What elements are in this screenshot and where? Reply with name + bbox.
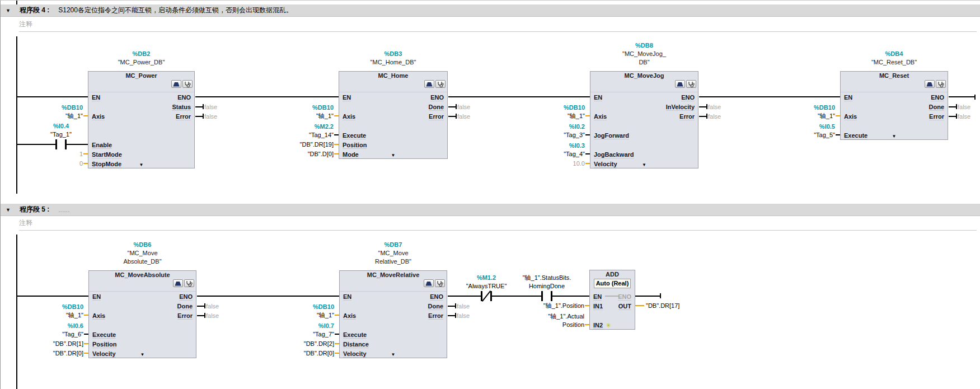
operand-position[interactable]: "DB".DR[1] [16, 340, 83, 348]
monitor-icon[interactable] [686, 80, 696, 88]
pin-axis[interactable]: Axis [92, 113, 105, 120]
no-contact-homingdone[interactable] [541, 291, 552, 301]
fb-mc-movejog[interactable]: MC_MoveJog ENENO InVelocity AxisError Jo… [590, 71, 698, 168]
pin-en[interactable]: EN [92, 94, 100, 101]
pin-velocity[interactable]: Velocity [594, 161, 617, 168]
pin-in1[interactable]: IN1 [593, 303, 603, 310]
collapse-arrow-icon[interactable]: ▼ [6, 207, 11, 213]
pin-error[interactable]: Error [177, 312, 193, 320]
pin-jogforward[interactable]: JogForward [594, 132, 629, 139]
pin-done[interactable]: Done [177, 303, 193, 310]
monitor-icon[interactable] [184, 279, 194, 287]
network-comment[interactable]: 注释 [19, 218, 32, 228]
operand-execute[interactable]: %I0.6 "Tag_6" [16, 322, 83, 339]
operand-velocity[interactable]: "DB".DR[0] [267, 349, 334, 358]
block-title[interactable]: MC_MoveJog [590, 72, 698, 79]
network-header-5[interactable]: ▼ 程序段 5 : ...... [1, 204, 980, 216]
network-description[interactable]: ...... [58, 206, 69, 214]
fb-add[interactable]: ADD Auto (Real) ENENO IN1OUT IN2✳ [589, 270, 635, 330]
operand-stopmode[interactable]: 0 [16, 160, 83, 168]
open-block-icon[interactable] [424, 279, 434, 287]
operand-axis[interactable]: %DB10 "轴_1" [266, 104, 334, 120]
pin-en[interactable]: EN [594, 94, 602, 101]
fb-mc-home[interactable]: MC_Home ENENO Done AxisError Execute Pos… [339, 71, 448, 159]
operand-execute[interactable]: %M2.2 "Tag_14" [266, 123, 334, 139]
operand-in2[interactable]: "轴_1".Actual Position [517, 312, 584, 329]
pin-enable[interactable]: Enable [92, 142, 112, 149]
pin-done[interactable]: Done [428, 303, 444, 310]
block-title[interactable]: MC_Home [339, 72, 447, 79]
operand-out[interactable]: "DB".DR[17] [646, 302, 713, 310]
operand-velocity[interactable]: 10.0 [518, 160, 585, 168]
operand-axis[interactable]: %DB10 "轴_1" [16, 104, 83, 120]
pin-status[interactable]: Status [172, 104, 191, 111]
db-instance-mc-movejog[interactable]: %DB8 "MC_MoveJog_ DB" [590, 41, 698, 67]
pin-eno[interactable]: ENO [177, 94, 191, 101]
expand-arrow-icon[interactable]: ▼ [892, 134, 897, 139]
open-block-icon[interactable] [173, 279, 183, 287]
monitor-icon[interactable] [435, 279, 445, 287]
open-block-icon[interactable] [925, 80, 935, 88]
operand-jogbackward[interactable]: %I0.3 "Tag_4" [518, 142, 585, 158]
operand-velocity[interactable]: "DB".DR[0] [16, 349, 83, 358]
pin-en[interactable]: EN [844, 94, 852, 101]
db-instance-mc-moverelative[interactable]: %DB7 "MC_Move Relative_DB" [339, 241, 447, 266]
pin-error[interactable]: Error [176, 113, 191, 120]
pin-eno[interactable]: ENO [430, 293, 443, 301]
operand-startmode[interactable]: 1 [16, 150, 83, 158]
operand-jogforward[interactable]: %I0.2 "Tag_3" [518, 123, 585, 139]
operand-homingdone[interactable]: "轴_1".StatusBits. HomingDone [508, 274, 586, 290]
pin-error[interactable]: Error [679, 113, 695, 120]
block-title[interactable]: ADD [590, 270, 635, 278]
pin-error[interactable]: Error [428, 312, 443, 320]
pin-axis[interactable]: Axis [594, 113, 607, 120]
pin-done[interactable]: Done [929, 104, 945, 111]
pin-eno[interactable]: ENO [179, 293, 193, 301]
pin-startmode[interactable]: StartMode [92, 151, 122, 158]
expand-arrow-icon[interactable]: ▼ [139, 162, 144, 167]
operand-execute[interactable]: %I0.7 "Tag_7" [267, 322, 334, 339]
operand-execute[interactable]: %I0.5 "Tag_5" [768, 123, 835, 139]
fb-mc-power[interactable]: MC_Power ENENO Status AxisError Enable S… [88, 71, 195, 168]
operand-axis[interactable]: %DB10 "轴_1" [16, 303, 83, 320]
pin-jogbackward[interactable]: JogBackward [594, 151, 634, 158]
network-title[interactable]: 程序段 4 : [20, 6, 49, 15]
pin-en[interactable]: EN [92, 293, 101, 301]
pin-axis[interactable]: Axis [92, 312, 105, 320]
pin-execute[interactable]: Execute [844, 132, 868, 139]
operand-axis[interactable]: %DB10 "轴_1" [768, 104, 835, 120]
nc-contact-alwaystrue[interactable] [481, 291, 492, 301]
open-block-icon[interactable] [675, 80, 685, 88]
operand-mode[interactable]: "DB".D[0] [266, 150, 334, 158]
open-block-icon[interactable] [171, 80, 181, 88]
pin-eno[interactable]: ENO [430, 94, 444, 101]
block-title[interactable]: MC_MoveAbsolute [89, 271, 196, 279]
expand-arrow-icon[interactable]: ▼ [391, 153, 396, 158]
pin-in2[interactable]: IN2 [593, 322, 603, 329]
pin-axis[interactable]: Axis [343, 113, 355, 120]
pin-en[interactable]: EN [343, 293, 351, 301]
pin-axis[interactable]: Axis [343, 312, 356, 320]
network-description[interactable]: S1200各定位指令之间不能互锁，启动条件必须做互锁，否则会出现数据混乱。 [58, 6, 293, 15]
pin-stopmode[interactable]: StopMode [92, 161, 121, 168]
db-instance-mc-home[interactable]: %DB3 "MC_Home_DB" [339, 50, 448, 67]
monitor-icon[interactable] [936, 80, 946, 88]
pin-en[interactable]: EN [343, 94, 351, 101]
expand-arrow-icon[interactable]: ▼ [140, 352, 145, 357]
add-mode-select[interactable]: Auto (Real) [594, 279, 631, 288]
fb-mc-moveabsolute[interactable]: MC_MoveAbsolute ENENO Done AxisError Exe… [88, 270, 196, 358]
operand-position[interactable]: "DB".DR[19] [266, 140, 334, 149]
pin-execute[interactable]: Execute [92, 331, 116, 339]
operand-axis[interactable]: %DB10 "轴_1" [267, 303, 334, 320]
expand-arrow-icon[interactable]: ▼ [391, 352, 396, 357]
pin-distance[interactable]: Distance [343, 341, 369, 348]
pin-velocity[interactable]: Velocity [343, 350, 367, 358]
network-header-4[interactable]: ▼ 程序段 4 : S1200各定位指令之间不能互锁，启动条件必须做互锁，否则会… [1, 4, 980, 17]
operand-tag1[interactable]: %I0.4 "Tag_1" [33, 122, 89, 139]
no-contact-tag1[interactable] [55, 139, 67, 149]
fb-mc-moverelative[interactable]: MC_MoveRelative ENENO Done AxisError Exe… [339, 270, 447, 358]
pin-position[interactable]: Position [343, 142, 367, 149]
block-title[interactable]: MC_Reset [841, 72, 948, 79]
operand-in1[interactable]: "轴_1".Position [517, 302, 584, 310]
fb-mc-reset[interactable]: MC_Reset ENENO Done AxisError Execute ▼ [840, 71, 948, 140]
